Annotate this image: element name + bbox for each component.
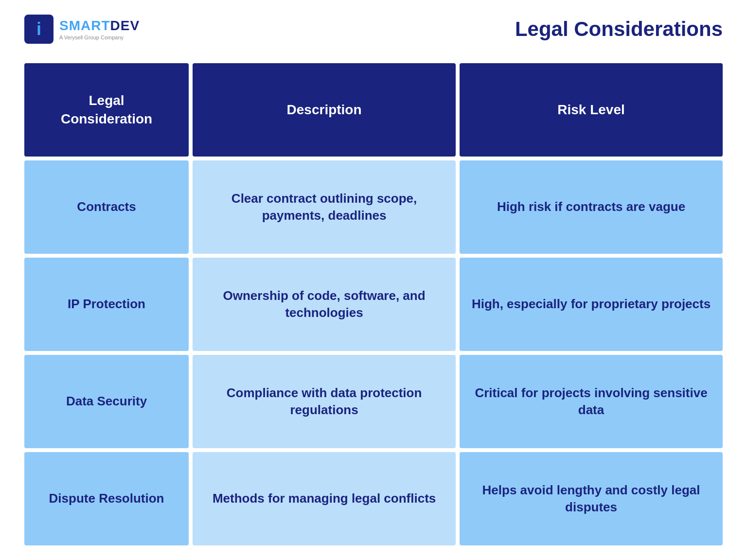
- logo-name: SMARTDEV: [59, 18, 140, 34]
- dispute-label: Dispute Resolution: [49, 490, 164, 507]
- header-col3-text: Risk Level: [557, 101, 625, 119]
- datasec-label: Data Security: [66, 393, 147, 410]
- logo-name-smart: SMART: [59, 18, 110, 33]
- contracts-label: Contracts: [77, 198, 136, 215]
- header-col1-text: LegalConsideration: [61, 91, 152, 128]
- logo-area: i SMARTDEV A Verysell Group Company: [24, 15, 140, 44]
- header-col2: Description: [193, 63, 456, 157]
- logo-name-dev: DEV: [110, 18, 140, 33]
- header-col3: Risk Level: [460, 63, 723, 157]
- table-row-dispute-resolution: Dispute Resolution Methods for managing …: [24, 452, 723, 545]
- cell-ip-description: Ownership of code, software, and technol…: [193, 258, 456, 351]
- cell-contracts-consideration: Contracts: [24, 160, 189, 254]
- cell-contracts-description: Clear contract outlining scope, payments…: [193, 160, 456, 254]
- cell-datasec-risk: Critical for projects involving sensitiv…: [460, 355, 723, 448]
- logo-text: SMARTDEV A Verysell Group Company: [59, 18, 140, 40]
- cell-contracts-risk: High risk if contracts are vague: [460, 160, 723, 254]
- datasec-description-text: Compliance with data protection regulati…: [204, 385, 444, 419]
- table-container: LegalConsideration Description Risk Leve…: [24, 63, 723, 545]
- header: i SMARTDEV A Verysell Group Company Lega…: [24, 15, 723, 44]
- header-col1: LegalConsideration: [24, 63, 189, 157]
- ip-label: IP Protection: [68, 296, 145, 313]
- table-row-contracts: Contracts Clear contract outlining scope…: [24, 160, 723, 254]
- dispute-risk-text: Helps avoid lengthy and costly legal dis…: [471, 482, 711, 516]
- cell-dispute-description: Methods for managing legal conflicts: [193, 452, 456, 545]
- dispute-description-text: Methods for managing legal conflicts: [213, 490, 436, 507]
- cell-ip-risk: High, especially for proprietary project…: [460, 258, 723, 351]
- page-title: Legal Considerations: [515, 18, 723, 41]
- table-header-row: LegalConsideration Description Risk Leve…: [24, 63, 723, 157]
- cell-datasec-description: Compliance with data protection regulati…: [193, 355, 456, 448]
- contracts-description-text: Clear contract outlining scope, payments…: [204, 190, 444, 224]
- cell-ip-consideration: IP Protection: [24, 258, 189, 351]
- table-row-data-security: Data Security Compliance with data prote…: [24, 355, 723, 448]
- ip-description-text: Ownership of code, software, and technol…: [204, 287, 444, 321]
- contracts-risk-text: High risk if contracts are vague: [497, 198, 685, 215]
- smartdev-logo-icon: i: [24, 15, 53, 44]
- cell-dispute-risk: Helps avoid lengthy and costly legal dis…: [460, 452, 723, 545]
- svg-text:i: i: [36, 19, 41, 39]
- page-container: i SMARTDEV A Verysell Group Company Lega…: [0, 0, 747, 560]
- logo-tagline: A Verysell Group Company: [59, 35, 140, 40]
- header-col2-text: Description: [287, 101, 362, 119]
- ip-risk-text: High, especially for proprietary project…: [472, 296, 711, 313]
- cell-datasec-consideration: Data Security: [24, 355, 189, 448]
- table-row-ip-protection: IP Protection Ownership of code, softwar…: [24, 258, 723, 351]
- datasec-risk-text: Critical for projects involving sensitiv…: [471, 385, 711, 419]
- cell-dispute-consideration: Dispute Resolution: [24, 452, 189, 545]
